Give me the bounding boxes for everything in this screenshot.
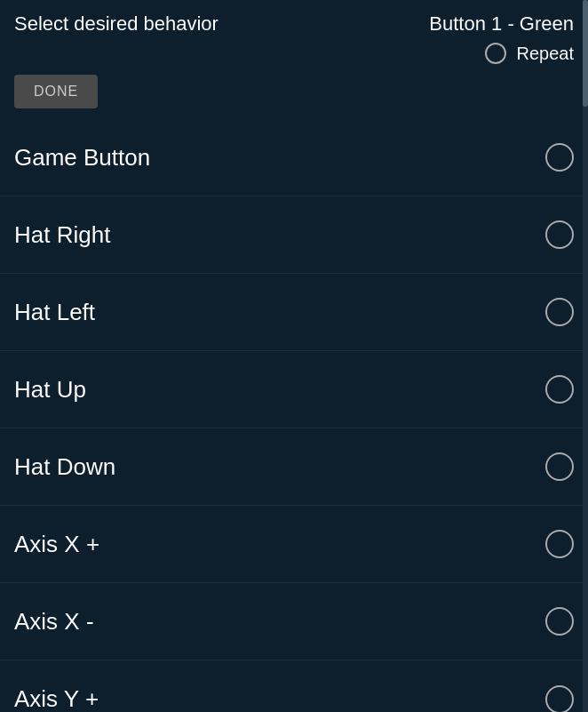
radio-game-button[interactable] [545,143,574,172]
radio-axis-x-minus[interactable] [545,607,574,636]
radio-axis-x-plus[interactable] [545,530,574,558]
list-item[interactable]: Axis X + [0,506,588,583]
scrollbar-thumb[interactable] [583,0,588,107]
scrollbar[interactable] [583,0,588,712]
list-item[interactable]: Hat Right [0,196,588,274]
repeat-radio[interactable] [485,43,506,64]
radio-hat-left[interactable] [545,298,574,326]
item-label-axis-y-plus: Axis Y + [14,685,99,712]
done-button[interactable]: DONE [14,75,98,108]
item-label-hat-down: Hat Down [14,453,115,481]
header: Select desired behavior Button 1 - Green [0,0,588,43]
item-label-hat-right: Hat Right [14,221,110,249]
button-label: Button 1 - Green [429,12,574,36]
item-label-hat-up: Hat Up [14,376,86,404]
repeat-label: Repeat [517,44,575,64]
list-item[interactable]: Axis Y + [0,660,588,712]
item-label-hat-left: Hat Left [14,299,95,326]
radio-hat-up[interactable] [545,375,574,404]
radio-hat-down[interactable] [545,452,574,481]
radio-hat-right[interactable] [545,220,574,249]
page-title: Select desired behavior [14,12,219,36]
item-label-game-button: Game Button [14,144,150,172]
behavior-list: Game ButtonHat RightHat LeftHat UpHat Do… [0,119,588,712]
item-label-axis-x-plus: Axis X + [14,531,99,558]
list-item[interactable]: Hat Up [0,351,588,428]
list-item[interactable]: Hat Down [0,428,588,506]
list-item[interactable]: Game Button [0,119,588,196]
list-item[interactable]: Hat Left [0,274,588,351]
list-item[interactable]: Axis X - [0,583,588,660]
item-label-axis-x-minus: Axis X - [14,608,94,636]
header-right: Button 1 - Green [429,12,574,36]
radio-axis-y-plus[interactable] [545,685,574,713]
